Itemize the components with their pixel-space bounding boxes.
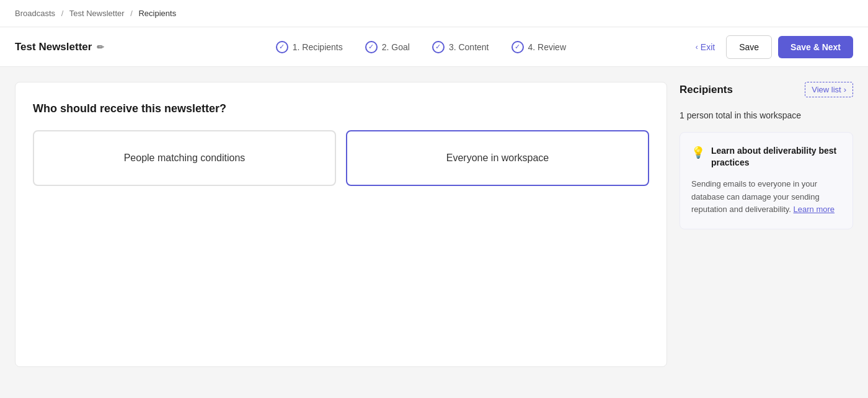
header-actions: ‹ Exit Save Save & Next [691, 35, 853, 59]
learn-more-link[interactable]: Learn more [794, 205, 835, 214]
info-card-title: Learn about deliverability best practice… [711, 145, 841, 169]
breadcrumb-newsletter[interactable]: Test Newsletter [69, 9, 125, 18]
step-1-recipients[interactable]: ✓ 1. Recipients [276, 41, 343, 53]
view-list-label: View list [812, 85, 841, 94]
left-panel: Who should receive this newsletter? Peop… [15, 82, 667, 367]
breadcrumb: Broadcasts / Test Newsletter / Recipient… [0, 0, 868, 27]
bulb-icon: 💡 [691, 146, 705, 159]
exit-button[interactable]: ‹ Exit [691, 42, 720, 52]
save-button[interactable]: Save [726, 35, 772, 59]
step-1-check: ✓ [276, 41, 288, 53]
option-people-matching[interactable]: People matching conditions [33, 130, 336, 186]
main-content: Who should receive this newsletter? Peop… [0, 67, 868, 382]
breadcrumb-broadcasts[interactable]: Broadcasts [15, 9, 55, 18]
save-next-button[interactable]: Save & Next [778, 36, 853, 58]
right-panel: Recipients View list › 1 person total in… [680, 82, 853, 367]
option-everyone-workspace[interactable]: Everyone in workspace [346, 130, 649, 186]
step-4-label: 4. Review [528, 42, 566, 52]
step-2-label: 2. Goal [382, 42, 410, 52]
option-everyone-workspace-label: Everyone in workspace [446, 153, 549, 164]
recipients-header: Recipients View list › [680, 82, 853, 97]
info-card-header: 💡 Learn about deliverability best practi… [691, 145, 841, 169]
step-3-label: 3. Content [449, 42, 489, 52]
breadcrumb-sep-1: / [61, 9, 64, 18]
exit-chevron-icon: ‹ [696, 43, 698, 51]
deliverability-info-card: 💡 Learn about deliverability best practi… [680, 132, 853, 230]
info-card-body: Sending emails to everyone in your datab… [691, 178, 841, 216]
step-2-goal[interactable]: ✓ 2. Goal [365, 41, 410, 53]
breadcrumb-current: Recipients [138, 9, 176, 18]
newsletter-title: Test Newsletter [15, 41, 92, 53]
step-4-review[interactable]: ✓ 4. Review [512, 41, 566, 53]
edit-icon[interactable]: ✏ [97, 42, 104, 52]
step-3-check: ✓ [432, 41, 445, 53]
options-row: People matching conditions Everyone in w… [33, 130, 649, 186]
step-1-label: 1. Recipients [293, 42, 343, 52]
exit-label: Exit [701, 42, 715, 52]
recipients-count: 1 person total in this workspace [680, 110, 853, 122]
steps-nav: ✓ 1. Recipients ✓ 2. Goal ✓ 3. Content ✓… [151, 41, 691, 53]
view-list-chevron-icon: › [844, 85, 846, 94]
option-people-matching-label: People matching conditions [124, 153, 246, 164]
view-list-button[interactable]: View list › [805, 82, 853, 97]
step-3-content[interactable]: ✓ 3. Content [432, 41, 489, 53]
recipients-title: Recipients [680, 84, 733, 96]
page-header: Test Newsletter ✏ ✓ 1. Recipients ✓ 2. G… [0, 27, 868, 67]
step-4-check: ✓ [512, 41, 524, 53]
panel-question: Who should receive this newsletter? [33, 102, 649, 115]
step-2-check: ✓ [365, 41, 378, 53]
header-title-group: Test Newsletter ✏ [15, 41, 151, 53]
breadcrumb-sep-2: / [130, 9, 133, 18]
